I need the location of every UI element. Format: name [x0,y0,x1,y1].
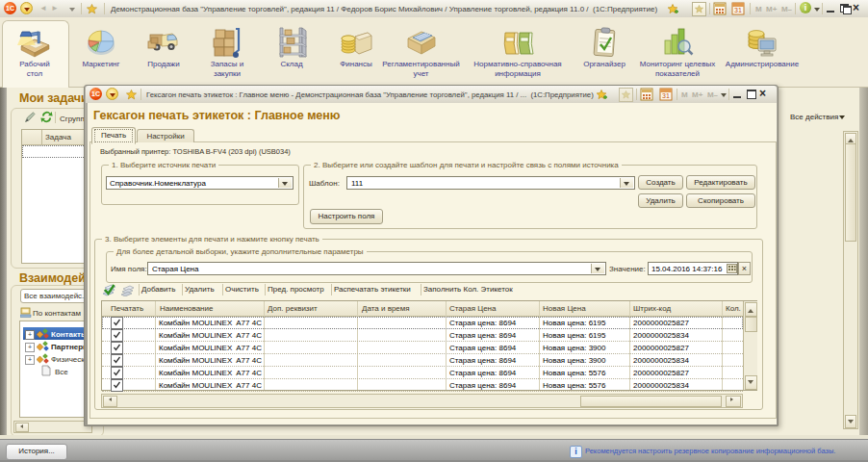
svg-text:31: 31 [662,92,670,99]
svg-text:31: 31 [734,7,742,13]
